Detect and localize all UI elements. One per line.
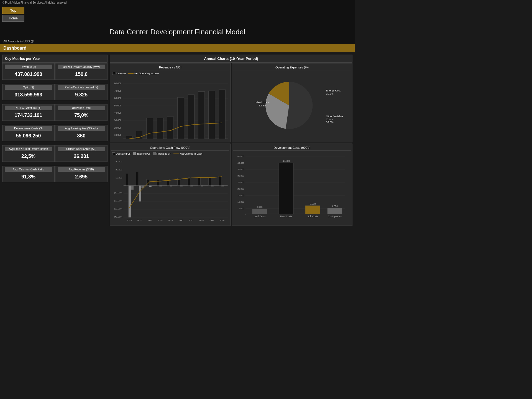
opex-chart: Operating Expenses (%) [232, 63, 352, 142]
top-button[interactable]: Top [2, 7, 24, 14]
metric-spacer2-8 [55, 162, 108, 165]
label-energy: Energy Cost [326, 89, 341, 92]
metric-label-3: Racks/Cabinets Leased (#) [58, 85, 105, 90]
home-button[interactable]: Home [2, 15, 24, 22]
metric-label-10: Avg. Cash-on-Cash Ratio [5, 167, 52, 172]
svg-text:50.000: 50.000 [114, 104, 121, 107]
metric-spacer2-2 [55, 101, 108, 104]
bar-land [252, 209, 267, 214]
legend-netcash-label: Net Change in Cash [180, 152, 202, 155]
metric-label-9: Utilized Racks Area (SF) [58, 147, 105, 151]
svg-text:20.000: 20.000 [237, 188, 244, 190]
metric-value-1: 150,0 [58, 70, 105, 78]
noi-line [129, 123, 222, 139]
metric-value-4: 174.732.191 [5, 111, 52, 119]
metric-spacer2-6 [55, 142, 108, 145]
metric-label-1: Utilized Power Capacity (MW) [58, 65, 105, 69]
svg-text:60.000: 60.000 [114, 97, 121, 99]
svg-text:2033: 2033 [209, 140, 214, 140]
cashflow-svg: 30.000 20.000 10.000 . (10.000) (20.000)… [111, 156, 229, 224]
svg-text:35.000: 35.000 [237, 168, 244, 171]
svg-rect-51 [139, 186, 141, 202]
legend-netcash: Net Change in Cash [173, 152, 202, 155]
metric-label-6: Development Costs ($) [5, 126, 52, 131]
svg-text:2032: 2032 [199, 219, 204, 222]
svg-text:.: . [122, 184, 122, 186]
metric-label-11: Avg.Revenue ($/SF) [58, 167, 105, 172]
svg-rect-65 [208, 177, 211, 186]
svg-text:25.000: 25.000 [237, 181, 244, 184]
metric-label-8: Avg Free & Clear Return Ration [5, 147, 52, 151]
metric-spacer-4 [2, 121, 55, 124]
svg-text:6.500: 6.500 [310, 203, 316, 205]
metric-spacer2-10 [55, 183, 108, 186]
bar-contig [328, 208, 342, 214]
svg-rect-62 [190, 186, 193, 186]
svg-text:45.000: 45.000 [237, 155, 244, 158]
svg-text:Costs: Costs [326, 118, 333, 121]
svg-text:20.000: 20.000 [116, 169, 122, 171]
svg-text:30.000: 30.000 [114, 119, 121, 122]
svg-text:2025: 2025 [127, 140, 132, 140]
metric-card-3: Racks/Cabinets Leased (#)9.825 [55, 84, 108, 100]
svg-text:2029: 2029 [168, 219, 173, 222]
left-panel: Key Metrics per Year Revenue ($)437.081.… [2, 55, 108, 227]
svg-text:(30.000): (30.000) [114, 208, 122, 210]
svg-text:10.000: 10.000 [237, 201, 244, 203]
bar-2030 [178, 98, 184, 139]
metrics-grid: Revenue ($)437.081.990Utilized Power Cap… [2, 63, 108, 186]
metric-value-6: 55.096.250 [5, 132, 52, 140]
svg-rect-67 [219, 176, 221, 186]
metric-card-6: Development Costs ($)55.096.250 [2, 125, 55, 141]
right-panel: Annual Charts (10 -Year Period) Revenue … [110, 55, 352, 227]
svg-text:2029: 2029 [168, 140, 173, 140]
metric-spacer2-0 [55, 80, 108, 83]
svg-rect-54 [149, 186, 152, 187]
legend-fincf: Financing CF [153, 152, 172, 155]
metric-label-4: NET CF After Tax ($) [5, 106, 52, 110]
devcost-chart: Development Costs (000's) 45.000 40.000 … [232, 144, 352, 226]
bar-2032 [198, 92, 204, 139]
metric-value-3: 9.825 [58, 91, 105, 99]
label-other: Other Variable [326, 115, 343, 118]
bar-2034 [219, 89, 225, 139]
svg-text:2034: 2034 [220, 219, 225, 222]
charts-bottom-row: Operations Cash Flow (000's) Operating C… [110, 144, 352, 226]
svg-text:2031: 2031 [189, 219, 194, 222]
svg-text:10.000: 10.000 [114, 134, 121, 136]
svg-text:Contigencies: Contigencies [328, 215, 342, 218]
svg-text:5.000: 5.000 [239, 207, 245, 210]
revenue-noi-chart: Revenue vs NOI Revenue Net Operating Inc… [110, 63, 231, 142]
legend-noi-label: Net Operating Income [134, 72, 159, 75]
label-fixed: Fixed Costs [255, 101, 270, 104]
metric-label-0: Revenue ($) [5, 65, 52, 69]
svg-text:70.000: 70.000 [114, 89, 121, 92]
opex-svg: Fixed Costs 52,3% Energy Cost 31,0% Othe… [233, 71, 351, 136]
metric-value-0: 437.081.990 [5, 70, 52, 78]
metric-card-9: Utilized Racks Area (SF)26.201 [55, 145, 108, 162]
metric-value-8: 22,5% [5, 152, 52, 160]
svg-text:2027: 2027 [147, 219, 152, 222]
legend-opcf-icon [112, 152, 115, 155]
svg-text:Hard Costs: Hard Costs [280, 215, 292, 218]
svg-rect-49 [131, 186, 134, 190]
svg-text:2028: 2028 [158, 219, 163, 222]
metric-spacer2-4 [55, 121, 108, 124]
cashflow-title: Operations Cash Flow (000's) [111, 145, 229, 151]
metric-value-2: 313.599.993 [5, 91, 52, 99]
metric-label-7: Avg. Leasing Fee ($/Rack) [58, 126, 105, 131]
legend-noi: Net Operating Income [128, 72, 159, 75]
metric-card-4: NET CF After Tax ($)174.732.191 [2, 104, 55, 121]
main-content: Key Metrics per Year Revenue ($)437.081.… [0, 53, 355, 228]
svg-rect-47 [126, 173, 128, 186]
bar-2027 [147, 118, 153, 139]
cashflow-chart: Operations Cash Flow (000's) Operating C… [110, 144, 231, 226]
svg-rect-55 [157, 180, 159, 186]
svg-text:20.000: 20.000 [114, 126, 121, 129]
legend-invcf-label: Investing CF [137, 152, 151, 155]
legend-invcf: Investing CF [133, 152, 151, 155]
svg-rect-60 [180, 186, 183, 186]
metric-label-5: Utilization Rate [58, 106, 105, 110]
metric-value-7: 360 [58, 132, 105, 140]
metric-label-2: OpEx ($) [5, 85, 52, 90]
